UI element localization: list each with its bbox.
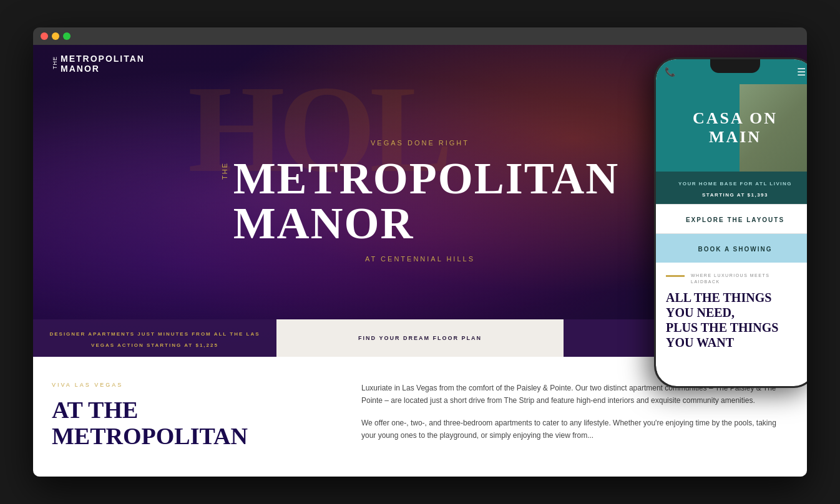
hero-bottom-center[interactable]: FIND YOUR DREAM FLOOR PLAN [276, 319, 564, 357]
main-title-line2: METROPOLITAN [52, 423, 248, 449]
logo-text: METROPOLITAN MANOR [61, 54, 145, 74]
casa-title-line1: CASA ON [693, 109, 778, 128]
browser-content: HOL THE METROPOLITAN MANOR SCHEDULE A TO… [33, 45, 807, 477]
mobile-phone-mockup: 📞 ☰ CASA ON MAIN YOUR HOM [654, 57, 807, 388]
casa-title: CASA ON MAIN [693, 109, 778, 147]
hero-the-label: THE [221, 162, 228, 180]
main-right: Luxuriate in Las Vegas from the comfort … [361, 382, 788, 452]
home-base-price: STARTING AT $1,393 [702, 192, 768, 198]
headline-line1: ALL THE THINGS [666, 291, 771, 304]
home-base-text: YOUR HOME BASE FOR ATL LIVING STARTING A… [678, 181, 792, 198]
hero-title-line1: METROPOLITAN [233, 156, 620, 201]
phone-notch [710, 59, 760, 73]
logo-the: THE [52, 56, 58, 69]
logo-line2: MANOR [61, 64, 145, 74]
phone-screen: 📞 ☰ CASA ON MAIN YOUR HOM [656, 59, 807, 386]
book-showing-label: BOOK A SHOWING [698, 246, 773, 253]
explore-layouts-button[interactable]: EXPLORE THE LAYOUTS [656, 204, 807, 234]
phone-where-text: WHERE LUXURIOUS MEETS LAIDBACK [691, 273, 769, 285]
main-left: VIVA LAS VEGAS AT THE METROPOLITAN [52, 382, 336, 452]
phone-content-section: WHERE LUXURIOUS MEETS LAIDBACK ALL THE T… [656, 263, 807, 360]
hero-bottom-left-text: DESIGNER APARTMENTS JUST MINUTES FROM AL… [49, 331, 260, 348]
minimize-dot[interactable] [52, 32, 59, 40]
explore-layouts-label: EXPLORE THE LAYOUTS [686, 216, 784, 223]
logo-line1: METROPOLITAN [61, 54, 145, 64]
phone-menu-icon: ☰ [797, 66, 806, 78]
hero-content: VEGAS DONE RIGHT THE METROPOLITAN MANOR … [202, 139, 638, 263]
book-showing-button[interactable]: BOOK A SHOWING [656, 234, 807, 263]
gold-accent-bar [666, 275, 685, 277]
main-title-line1: AT THE [52, 397, 138, 423]
where-label-2: LAIDBACK [691, 279, 720, 284]
main-title: AT THE METROPOLITAN [52, 397, 336, 450]
hero-title-line2: MANOR [233, 201, 414, 246]
titlebar [33, 27, 807, 45]
casa-header: CASA ON MAIN [656, 84, 807, 172]
close-dot[interactable] [41, 32, 48, 40]
hero-subtitle: AT CENTENNIAL HILLS [202, 255, 638, 263]
hero-main-title: METROPOLITAN MANOR [233, 156, 620, 246]
where-label-1: WHERE LUXURIOUS MEETS [691, 273, 769, 278]
headline-line3: PLUS THE THINGS [666, 321, 778, 334]
viva-tagline: VIVA LAS VEGAS [52, 382, 336, 388]
maximize-dot[interactable] [63, 32, 71, 40]
casa-title-line2: MAIN [693, 128, 778, 147]
home-base-label: YOUR HOME BASE FOR ATL LIVING [678, 181, 792, 187]
hero-tagline: VEGAS DONE RIGHT [202, 139, 638, 147]
hero-title-wrapper: THE METROPOLITAN MANOR [202, 156, 638, 246]
phone-divider: WHERE LUXURIOUS MEETS LAIDBACK [666, 273, 804, 285]
logo: THE METROPOLITAN MANOR [52, 54, 145, 74]
phone-call-icon: 📞 [665, 67, 675, 77]
hero-bottom-left: DESIGNER APARTMENTS JUST MINUTES FROM AL… [33, 319, 276, 357]
website: HOL THE METROPOLITAN MANOR SCHEDULE A TO… [33, 45, 807, 477]
find-floor-plan-btn[interactable]: FIND YOUR DREAM FLOOR PLAN [358, 335, 482, 341]
headline-line4: YOU WANT [666, 336, 734, 349]
main-body-2: We offer one-, two-, and three-bedroom a… [361, 417, 788, 442]
home-base-bar: YOUR HOME BASE FOR ATL LIVING STARTING A… [656, 172, 807, 204]
browser-window: HOL THE METROPOLITAN MANOR SCHEDULE A TO… [33, 27, 807, 477]
headline-line2: YOU NEED, [666, 306, 735, 319]
phone-headline: ALL THE THINGS YOU NEED, PLUS THE THINGS… [666, 290, 804, 350]
